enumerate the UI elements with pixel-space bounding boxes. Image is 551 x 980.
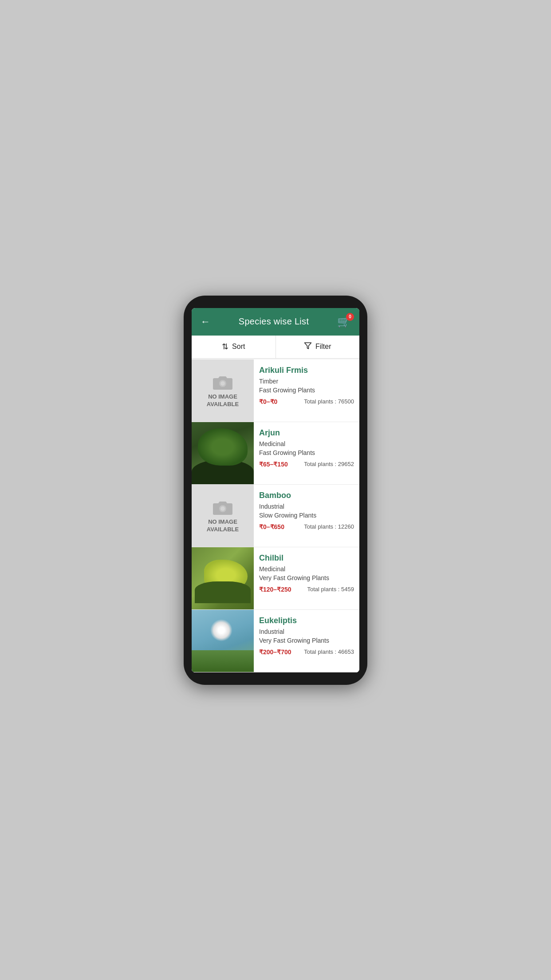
svg-point-4 [220, 506, 225, 511]
list-item[interactable]: Eukeliptis Industrial Very Fast Growing … [192, 610, 359, 672]
filter-button[interactable]: Filter [276, 336, 360, 358]
no-image-placeholder: NO IMAGEAVAILABLE [192, 360, 254, 422]
species-info-chilbil: Chilbil Medicinal Very Fast Growing Plan… [254, 547, 359, 609]
species-category: Medicinal [259, 565, 354, 573]
species-name: Arjun [259, 428, 354, 438]
page-title: Species wise List [239, 316, 309, 327]
filter-label: Filter [315, 343, 331, 351]
no-image-text: NO IMAGEAVAILABLE [203, 518, 242, 533]
app-header: ← Species wise List 🛒 0 [192, 308, 359, 336]
sort-filter-bar: ⇅ Sort Filter [192, 336, 359, 359]
species-image-eukeliptis [192, 610, 254, 672]
species-total: Total plants : 5459 [307, 586, 354, 593]
list-item[interactable]: NO IMAGEAVAILABLE Arikuli Frmis Timber F… [192, 360, 359, 422]
species-type: Slow Growing Plants [259, 512, 354, 519]
camera-icon [212, 498, 234, 516]
cart-badge: 0 [346, 313, 354, 321]
species-total: Total plants : 76500 [304, 398, 354, 405]
camera-icon [212, 373, 234, 391]
no-image-placeholder: NO IMAGEAVAILABLE [192, 485, 254, 547]
cart-button[interactable]: 🛒 0 [335, 314, 352, 330]
species-list: NO IMAGEAVAILABLE Arikuli Frmis Timber F… [192, 359, 359, 672]
chilbil-image-visual [192, 547, 254, 609]
list-item[interactable]: NO IMAGEAVAILABLE Bamboo Industrial Slow… [192, 485, 359, 547]
list-item[interactable]: Chilbil Medicinal Very Fast Growing Plan… [192, 547, 359, 610]
list-item[interactable]: Arjun Medicinal Fast Growing Plants ₹65–… [192, 422, 359, 485]
species-name: Arikuli Frmis [259, 366, 354, 375]
arjun-image-visual [192, 422, 254, 484]
species-type: Fast Growing Plants [259, 449, 354, 456]
species-price: ₹0–₹650 [259, 523, 284, 530]
species-name: Eukeliptis [259, 616, 354, 625]
eukeliptis-image-visual [192, 610, 254, 672]
species-price: ₹120–₹250 [259, 586, 291, 593]
species-price: ₹65–₹150 [259, 461, 288, 468]
svg-point-2 [220, 381, 225, 386]
species-category: Medicinal [259, 440, 354, 447]
species-bottom: ₹0–₹650 Total plants : 12260 [259, 523, 354, 530]
no-image-text: NO IMAGEAVAILABLE [203, 393, 242, 408]
phone-screen: ← Species wise List 🛒 0 ⇅ Sort Filter [192, 308, 359, 672]
species-info-bamboo: Bamboo Industrial Slow Growing Plants ₹0… [254, 485, 359, 547]
back-icon: ← [201, 316, 210, 327]
species-bottom: ₹0–₹0 Total plants : 76500 [259, 398, 354, 405]
species-image-arikuli: NO IMAGEAVAILABLE [192, 360, 254, 422]
species-name: Chilbil [259, 553, 354, 563]
species-info-eukeliptis: Eukeliptis Industrial Very Fast Growing … [254, 610, 359, 672]
species-bottom: ₹200–₹700 Total plants : 46653 [259, 648, 354, 656]
species-category: Timber [259, 378, 354, 385]
species-total: Total plants : 29652 [304, 461, 354, 467]
species-bottom: ₹65–₹150 Total plants : 29652 [259, 461, 354, 468]
species-name: Bamboo [259, 491, 354, 500]
species-type: Very Fast Growing Plants [259, 637, 354, 644]
back-button[interactable]: ← [199, 314, 212, 329]
species-price: ₹0–₹0 [259, 398, 277, 405]
species-type: Fast Growing Plants [259, 387, 354, 394]
phone-shell: ← Species wise List 🛒 0 ⇅ Sort Filter [184, 296, 367, 685]
species-total: Total plants : 46653 [304, 648, 354, 655]
species-price: ₹200–₹700 [259, 648, 291, 656]
species-image-chilbil [192, 547, 254, 609]
species-bottom: ₹120–₹250 Total plants : 5459 [259, 586, 354, 593]
species-image-bamboo: NO IMAGEAVAILABLE [192, 485, 254, 547]
species-type: Very Fast Growing Plants [259, 574, 354, 581]
species-category: Industrial [259, 503, 354, 510]
species-total: Total plants : 12260 [304, 523, 354, 530]
svg-marker-0 [304, 343, 311, 349]
species-info-arikuli: Arikuli Frmis Timber Fast Growing Plants… [254, 360, 359, 422]
filter-icon [304, 342, 312, 352]
species-image-arjun [192, 422, 254, 484]
sort-button[interactable]: ⇅ Sort [192, 336, 276, 358]
species-category: Industrial [259, 628, 354, 635]
species-info-arjun: Arjun Medicinal Fast Growing Plants ₹65–… [254, 422, 359, 484]
sort-label: Sort [232, 343, 245, 351]
sort-icon: ⇅ [222, 342, 228, 352]
